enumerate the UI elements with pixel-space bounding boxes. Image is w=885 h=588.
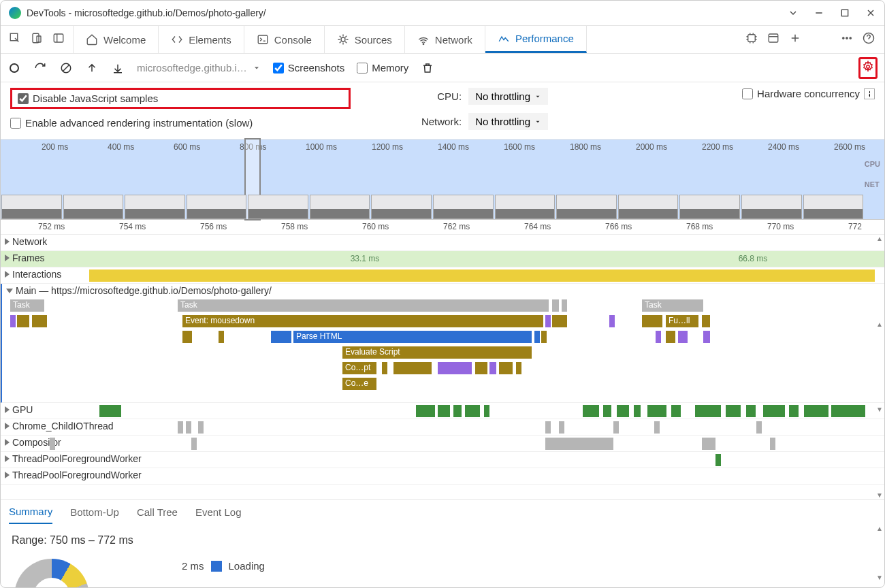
memory-label: Memory xyxy=(372,62,408,74)
tab-summary[interactable]: Summary xyxy=(9,500,52,524)
capture-settings-panel: Disable JavaScript samples Enable advanc… xyxy=(1,82,884,140)
tab-performance[interactable]: Performance xyxy=(485,26,587,53)
add-tab-icon[interactable] xyxy=(789,32,801,47)
window-title: DevTools - microsoftedge.github.io/Demos… xyxy=(27,7,266,18)
inspect-icon[interactable] xyxy=(9,32,21,47)
memory-tool-icon[interactable] xyxy=(745,32,758,47)
bottom-tabs: Summary Bottom-Up Call Tree Event Log xyxy=(1,499,884,525)
svg-point-15 xyxy=(867,65,870,68)
overview-timeline[interactable]: 200 ms400 ms600 ms800 ms1000 ms1200 ms14… xyxy=(1,140,884,220)
screenshot-strip xyxy=(1,195,864,219)
tab-bottom-up[interactable]: Bottom-Up xyxy=(70,501,119,523)
svg-point-7 xyxy=(423,44,424,45)
tab-network[interactable]: Network xyxy=(405,26,485,53)
summary-range: Range: 750 ms – 772 ms xyxy=(12,534,873,546)
capture-settings-button[interactable] xyxy=(858,57,878,79)
device-icon[interactable] xyxy=(31,32,43,47)
dock-icon[interactable] xyxy=(52,32,65,47)
compositor-track: Compositor xyxy=(1,436,884,452)
chevron-down-icon[interactable] xyxy=(788,7,799,18)
tpfw2-track: ThreadPoolForegroundWorker xyxy=(1,468,884,485)
record-button[interactable] xyxy=(7,61,21,75)
tpfw1-track: ThreadPoolForegroundWorker xyxy=(1,452,884,468)
disable-js-label: Disable JavaScript samples xyxy=(33,93,158,104)
delete-button[interactable] xyxy=(421,61,434,75)
summary-donut xyxy=(14,559,89,588)
reload-button[interactable] xyxy=(33,61,47,75)
network-label: Network: xyxy=(421,116,462,127)
tab-console[interactable]: Console xyxy=(244,26,325,53)
tab-label: Sources xyxy=(355,34,392,46)
enable-adv-label: Enable advanced rendering instrumentatio… xyxy=(25,117,253,129)
svg-point-10 xyxy=(842,37,844,39)
svg-rect-2 xyxy=(33,33,39,43)
cpu-label: CPU xyxy=(865,160,880,168)
svg-point-6 xyxy=(341,37,345,42)
tab-event-log[interactable]: Event Log xyxy=(195,501,242,523)
app-panel-icon[interactable] xyxy=(767,32,779,47)
tab-label: Network xyxy=(435,34,472,46)
svg-point-12 xyxy=(850,37,852,39)
tab-label: Welcome xyxy=(103,34,146,46)
main-tabs-row: Welcome Elements Console Sources Network… xyxy=(1,25,884,54)
frames-track: Frames 33.1 ms 66.8 ms xyxy=(1,251,884,267)
close-icon[interactable] xyxy=(865,7,876,18)
net-label: NET xyxy=(865,180,880,189)
svg-rect-4 xyxy=(54,34,63,42)
clear-button[interactable] xyxy=(59,61,73,75)
tab-welcome[interactable]: Welcome xyxy=(74,26,159,53)
tab-label: Performance xyxy=(515,33,574,44)
more-icon[interactable] xyxy=(841,32,853,47)
maximize-icon[interactable] xyxy=(839,7,850,18)
cpu-select[interactable]: No throttling xyxy=(468,88,548,105)
main-track: Main — https://microsoftedge.github.io/D… xyxy=(1,284,884,403)
hw-input[interactable] xyxy=(864,88,875,99)
tab-sources[interactable]: Sources xyxy=(325,26,405,53)
svg-rect-9 xyxy=(769,34,778,42)
upload-button[interactable] xyxy=(85,61,99,75)
svg-rect-5 xyxy=(258,35,268,44)
recording-url: microsoftedge.github.i… xyxy=(137,62,247,74)
hw-concurrency-checkbox[interactable]: Hardware concurrency xyxy=(742,88,875,99)
disable-js-highlight: Disable JavaScript samples xyxy=(10,88,351,109)
screenshots-label: Screenshots xyxy=(288,62,344,74)
legend-loading: 2 ms Loading xyxy=(182,560,873,572)
child-io-track: Chrome_ChildIOThread xyxy=(1,419,884,436)
tab-label: Console xyxy=(274,34,312,46)
download-button[interactable] xyxy=(111,61,125,75)
app-icon xyxy=(9,7,21,19)
minimize-icon[interactable] xyxy=(814,7,824,18)
tab-elements[interactable]: Elements xyxy=(159,26,244,53)
loading-swatch xyxy=(211,561,222,572)
disable-js-checkbox[interactable]: Disable JavaScript samples xyxy=(18,93,158,104)
svg-rect-0 xyxy=(841,10,848,16)
gpu-track: GPU xyxy=(1,403,884,419)
interactions-track: Interactions xyxy=(1,267,884,284)
help-icon[interactable] xyxy=(863,32,875,47)
enable-adv-checkbox[interactable]: Enable advanced rendering instrumentatio… xyxy=(10,117,351,129)
perf-toolbar: microsoftedge.github.i… Screenshots Memo… xyxy=(1,54,884,82)
tab-label: Elements xyxy=(189,34,231,46)
svg-point-11 xyxy=(846,37,848,39)
detail-ruler[interactable]: 752 ms754 ms756 ms758 ms760 ms762 ms764 … xyxy=(1,220,884,235)
svg-rect-8 xyxy=(748,35,756,42)
window-titlebar: DevTools - microsoftedge.github.io/Demos… xyxy=(1,1,884,25)
screenshots-checkbox[interactable]: Screenshots xyxy=(273,62,344,74)
network-track: Network xyxy=(1,235,884,251)
summary-panel: Range: 750 ms – 772 ms 2 ms Loading ▲▼ xyxy=(1,525,884,581)
recording-select[interactable]: microsoftedge.github.i… xyxy=(137,62,261,74)
network-select[interactable]: No throttling xyxy=(468,113,548,130)
flame-chart-area[interactable]: ▲▲▼▼ Network Frames 33.1 ms 66.8 ms Inte… xyxy=(1,235,884,499)
memory-checkbox[interactable]: Memory xyxy=(357,62,408,74)
tab-call-tree[interactable]: Call Tree xyxy=(137,501,178,523)
cpu-label: CPU: xyxy=(437,91,462,102)
hw-label: Hardware concurrency xyxy=(757,88,860,99)
